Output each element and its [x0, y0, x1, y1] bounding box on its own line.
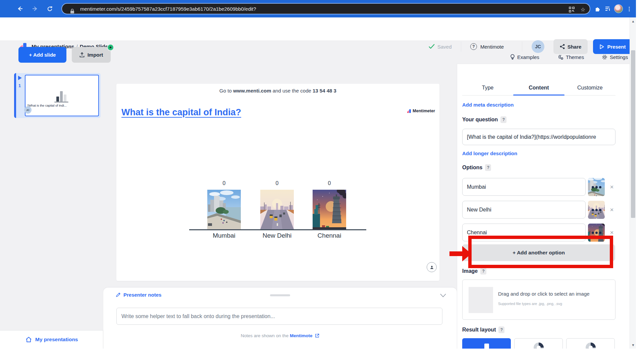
result-layout-tile-pie[interactable]	[566, 338, 615, 349]
themes-paint-icon	[558, 54, 564, 60]
participants-icon[interactable]	[427, 262, 437, 272]
option-image-chennai	[313, 190, 346, 229]
chart-column-chennai: 0 Chennai	[303, 180, 356, 239]
image-text: Image	[462, 268, 478, 274]
presenter-notes-input[interactable]	[116, 308, 442, 325]
reading-list-icon[interactable]	[603, 4, 612, 13]
bar-layout-icon	[484, 344, 489, 349]
browser-profile-avatar[interactable]	[614, 4, 623, 13]
slide-number: 1	[18, 83, 21, 88]
option-input-mumbai[interactable]	[462, 178, 586, 196]
scrollbar-thumb[interactable]	[631, 50, 635, 218]
tab-customize[interactable]: Customize	[565, 80, 615, 96]
add-meta-description-link[interactable]: Add meta description	[462, 102, 514, 108]
themes-button[interactable]: Themes	[558, 53, 584, 61]
pie-chart-icon	[585, 342, 596, 349]
slide-thumb-avatar: JC	[24, 106, 32, 114]
address-bar[interactable]: mentimeter.com/s/2459b757587a23ccf718795…	[61, 3, 590, 14]
examples-button[interactable]: Examples	[510, 53, 539, 61]
help-question-icon[interactable]: ?	[470, 43, 477, 50]
browser-menu-kebab-icon[interactable]: ⋮	[625, 4, 634, 13]
home-icon	[25, 337, 32, 343]
remove-option-icon[interactable]: ×	[608, 229, 615, 236]
help-badge-icon[interactable]: ?	[485, 164, 491, 171]
panel-tabs: Type Content Customize	[462, 80, 615, 96]
mentimeter-watermark-icon	[407, 109, 411, 113]
import-label: Import	[88, 52, 103, 58]
help-badge-icon[interactable]: ?	[498, 326, 504, 333]
chart-column-mumbai: 0 Mumbai	[197, 180, 251, 239]
category-label: New Delhi	[250, 232, 304, 239]
join-domain: www.menti.com	[233, 88, 271, 94]
share-label: Share	[568, 44, 582, 50]
examples-label: Examples	[517, 54, 539, 60]
join-code: 13 54 48 3	[313, 88, 336, 94]
option-input-new-delhi[interactable]	[462, 201, 586, 219]
play-icon	[600, 44, 604, 49]
presenter-notes-label: Presenter notes	[123, 292, 161, 298]
present-label: Present	[607, 44, 626, 50]
mentimote-footer-link[interactable]: Mentimote	[290, 333, 313, 338]
option-image-thumb-mumbai[interactable]	[588, 178, 605, 196]
notes-footer: Notes are shown on the Mentimote	[103, 333, 457, 338]
themes-label: Themes	[566, 54, 584, 60]
slide-play-icon[interactable]	[18, 75, 22, 80]
slide-preview-card[interactable]: [What is the capital of Indi... JC	[25, 75, 99, 116]
your-question-label: Your question ?	[462, 116, 506, 123]
page-scrollbar[interactable]: ▲ ▼	[630, 17, 636, 349]
forward-icon[interactable]	[31, 4, 39, 13]
pencil-icon	[116, 292, 121, 297]
slide-settings-panel: Type Content Customize Add meta descript…	[457, 64, 630, 349]
help-badge-icon[interactable]: ?	[500, 116, 506, 123]
slide-thumbnail-item[interactable]: 1 [What is the capital of Indi... JC	[14, 73, 101, 118]
mini-chart-bar-3	[64, 95, 66, 102]
lock-icon	[69, 8, 75, 14]
import-button[interactable]: Import	[72, 47, 111, 63]
my-presentations-link[interactable]: My presentations	[35, 337, 78, 343]
header-divider-2	[522, 42, 522, 52]
scroll-up-arrow-icon[interactable]: ▲	[630, 17, 636, 25]
user-avatar[interactable]: JC	[532, 40, 544, 53]
vote-count: 0	[197, 180, 251, 187]
share-button[interactable]: Share	[553, 39, 588, 54]
help-badge-icon[interactable]: ?	[480, 268, 486, 275]
remove-option-icon[interactable]: ×	[608, 183, 615, 191]
options-text: Options	[462, 165, 482, 171]
option-image-mumbai	[207, 190, 241, 229]
result-layout-tile-bars-selected[interactable]	[462, 338, 511, 349]
tab-content[interactable]: Content	[513, 80, 564, 96]
annotation-arrow-head-icon	[462, 246, 471, 261]
add-longer-description-link[interactable]: Add longer description	[462, 150, 517, 156]
scroll-down-arrow-icon[interactable]: ▼	[630, 341, 636, 349]
annotation-highlight-box	[468, 236, 613, 268]
question-input[interactable]	[462, 129, 615, 145]
bookmark-star-icon[interactable]: ☆	[580, 6, 586, 13]
slide-canvas[interactable]: Go to www.menti.com and use the code 13 …	[116, 84, 439, 281]
result-layout-tile-donut[interactable]	[514, 338, 563, 349]
chevron-down-icon[interactable]	[440, 294, 446, 297]
url-text[interactable]: mentimeter.com/s/2459b757587a23ccf718795…	[80, 6, 256, 12]
presenter-notes-header[interactable]: Presenter notes	[116, 292, 161, 298]
result-layout-text: Result layout	[462, 327, 496, 333]
slide-question-title[interactable]: What is the capital of India?	[121, 107, 241, 118]
browser-chrome-bar: mentimeter.com/s/2459b757587a23ccf718795…	[0, 0, 636, 17]
extensions-puzzle-icon[interactable]	[593, 4, 602, 13]
option-image-thumb-new-delhi[interactable]	[588, 201, 605, 219]
back-icon[interactable]	[16, 4, 24, 13]
settings-button[interactable]: Settings	[602, 53, 628, 61]
lightbulb-icon	[510, 54, 515, 60]
remove-option-icon[interactable]: ×	[608, 206, 615, 214]
slide-selected-accent	[14, 73, 16, 118]
drag-handle[interactable]	[270, 294, 290, 296]
add-slide-button[interactable]: + Add slide	[18, 47, 66, 63]
result-layout-label: Result layout ?	[462, 326, 504, 333]
image-dropzone[interactable]: Drag and drop or click to select an imag…	[462, 280, 615, 320]
present-button[interactable]: Present	[593, 39, 633, 54]
qr-code-icon[interactable]	[568, 6, 575, 13]
mini-chart-bar-2	[60, 91, 63, 102]
tab-type[interactable]: Type	[462, 80, 513, 96]
mentimote-link[interactable]: Mentimote	[480, 44, 504, 50]
settings-label: Settings	[610, 54, 628, 60]
reload-icon[interactable]	[45, 4, 54, 13]
image-label: Image ?	[462, 268, 486, 275]
